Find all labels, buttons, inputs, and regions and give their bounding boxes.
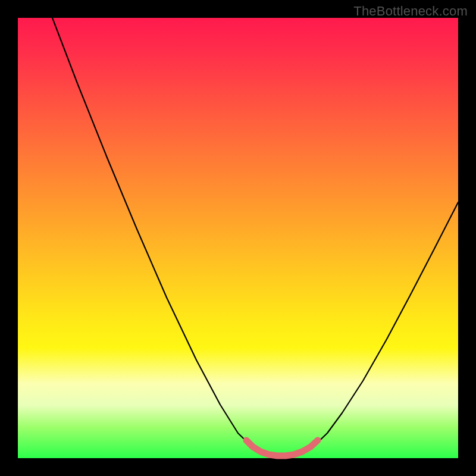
chart-gradient-area <box>18 18 458 458</box>
watermark-text: TheBottleneck.com <box>353 4 468 19</box>
black-curve <box>52 18 458 457</box>
pink-bottom-arc <box>246 440 318 456</box>
chart-svg <box>18 18 458 458</box>
chart-frame: TheBottleneck.com <box>0 0 476 476</box>
